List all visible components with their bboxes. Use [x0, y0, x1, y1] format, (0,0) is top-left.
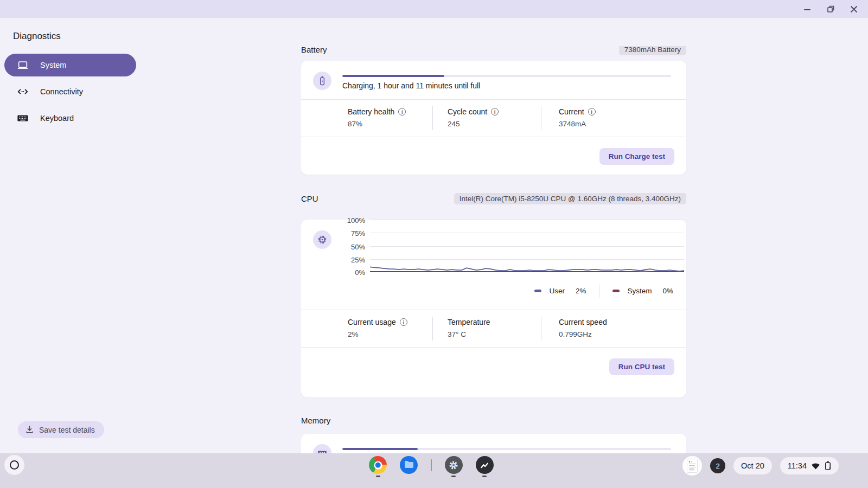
- cpu-badge: Intel(R) Core(TM) i5-8250U CPU @ 1.60GHz…: [454, 193, 686, 204]
- memory-section-header: Memory: [301, 415, 686, 426]
- laptop-icon: [16, 59, 29, 71]
- notification-counter[interactable]: 2: [710, 458, 725, 473]
- chrome-icon: [369, 456, 387, 474]
- network-icon: [16, 86, 29, 98]
- sidebar-item-keyboard[interactable]: Keyboard: [4, 107, 136, 130]
- memory-icon: [313, 444, 331, 453]
- y-tick: 50%: [351, 242, 365, 251]
- battery-section-header: Battery 7380mAh Battery: [301, 46, 686, 55]
- chromeos-screen: Diagnostics System: [0, 0, 868, 488]
- stat-value: 3748mA: [559, 120, 686, 128]
- stat-label: Current usage: [348, 318, 396, 326]
- running-indicator: [376, 476, 380, 477]
- diagnostics-app: Diagnostics System: [0, 18, 868, 453]
- y-tick: 25%: [351, 255, 365, 264]
- current-speed-stat: Current speed 0.799GHz: [544, 318, 686, 347]
- running-indicator: [451, 476, 456, 477]
- close-icon[interactable]: [850, 5, 858, 14]
- memory-progress-fill: [342, 448, 418, 450]
- run-cpu-test-button[interactable]: Run CPU test: [609, 358, 674, 375]
- diagnostics-icon: [476, 456, 494, 474]
- divider: [432, 106, 433, 130]
- cycle-count-stat: Cycle counti 245: [432, 107, 544, 137]
- cpu-chip-icon: [313, 230, 331, 249]
- info-icon[interactable]: i: [400, 318, 407, 326]
- y-tick: 0%: [355, 268, 365, 276]
- sidebar-item-label: Connectivity: [40, 87, 83, 96]
- shelf-item-chrome[interactable]: [369, 456, 387, 477]
- screenshot-thumbnail: [687, 459, 698, 473]
- running-indicator: [482, 476, 487, 477]
- legend-value: 0%: [662, 287, 673, 295]
- shelf-apps: [369, 456, 494, 477]
- divider: [541, 106, 541, 130]
- current-usage-stat: Current usagei 2%: [301, 318, 432, 347]
- stat-value: 87%: [348, 120, 432, 128]
- info-icon[interactable]: i: [588, 108, 596, 115]
- save-button-label: Save test details: [39, 426, 95, 434]
- cpu-chart-lines: [370, 220, 684, 272]
- legend-label: System: [627, 287, 652, 295]
- settings-icon: [445, 456, 463, 474]
- y-tick: 75%: [351, 229, 365, 237]
- stat-label: Battery health: [348, 107, 394, 116]
- cpu-section-header: CPU Intel(R) Core(TM) i5-8250U CPU @ 1.6…: [301, 192, 686, 204]
- window-titlebar: [0, 0, 868, 18]
- battery-stats-row: Battery healthi 87% Cycle counti 245 Cur…: [301, 100, 686, 137]
- divider: [431, 459, 432, 471]
- launcher-button[interactable]: [4, 455, 24, 475]
- legend-value: 2%: [576, 287, 586, 295]
- cpu-usage-chart: 100% 75% 50% 25% 0%: [370, 220, 684, 272]
- battery-charge-row: Charging, 1 hour and 11 minutes until fu…: [301, 61, 686, 99]
- cpu-card: 100% 75% 50% 25% 0% User 2% System 0%: [301, 220, 686, 397]
- run-charge-test-button[interactable]: Run Charge test: [599, 148, 674, 165]
- memory-progress-track: [342, 448, 671, 450]
- temperature-stat: Temperature 37° C: [432, 318, 544, 347]
- battery-charging-icon: [825, 461, 831, 471]
- sidebar-item-system[interactable]: System: [4, 54, 136, 76]
- stat-value: 2%: [348, 330, 432, 338]
- current-stat: Currenti 3748mA: [544, 107, 686, 137]
- user-legend-swatch: [534, 290, 541, 292]
- sidebar-item-label: Keyboard: [40, 114, 74, 123]
- date-pill[interactable]: Oct 20: [733, 457, 772, 474]
- shelf-item-settings[interactable]: [445, 456, 463, 477]
- shelf: 2 Oct 20 11:34: [0, 453, 868, 488]
- battery-badge: 7380mAh Battery: [619, 46, 686, 55]
- stat-value: 37° C: [448, 330, 544, 338]
- files-icon: [400, 456, 418, 474]
- divider: [599, 285, 599, 298]
- memory-status-row: 6.17 GB of 8.00 GB available: [301, 434, 686, 453]
- memory-card: 6.17 GB of 8.00 GB available: [301, 434, 686, 453]
- main-content[interactable]: Battery 7380mAh Battery Chargi: [301, 46, 688, 453]
- time-label: 11:34: [788, 461, 807, 470]
- minimize-icon[interactable]: [803, 5, 812, 14]
- cpu-chart-legend: User 2% System 0%: [301, 286, 686, 296]
- status-pill[interactable]: 11:34: [780, 457, 839, 474]
- info-icon[interactable]: i: [491, 108, 499, 115]
- restore-icon[interactable]: [826, 5, 835, 14]
- memory-heading: Memory: [301, 416, 330, 425]
- cpu-stats-row: Current usagei 2% Temperature 37° C Curr…: [301, 310, 686, 347]
- battery-card: Charging, 1 hour and 11 minutes until fu…: [301, 61, 686, 175]
- keyboard-icon: [16, 112, 29, 124]
- shelf-item-diagnostics[interactable]: [476, 456, 494, 477]
- sidebar-item-label: System: [40, 61, 66, 69]
- status-tray: 2 Oct 20 11:34: [682, 456, 839, 476]
- info-icon[interactable]: i: [398, 108, 406, 115]
- stat-label: Cycle count: [448, 107, 487, 116]
- sidebar-nav: System Connectivity: [4, 54, 136, 133]
- system-legend-swatch: [612, 290, 620, 292]
- date-label: Oct 20: [741, 461, 764, 470]
- battery-progress-fill: [342, 75, 444, 77]
- shelf-item-files[interactable]: [400, 456, 418, 477]
- holding-space-thumbnail[interactable]: [682, 456, 702, 476]
- window-controls: [803, 0, 858, 18]
- sidebar-item-connectivity[interactable]: Connectivity: [4, 80, 136, 103]
- legend-label: User: [549, 287, 565, 295]
- divider: [541, 317, 541, 341]
- wifi-icon: [811, 462, 820, 470]
- save-test-details-button[interactable]: Save test details: [18, 421, 104, 438]
- battery-heading: Battery: [301, 46, 327, 54]
- launcher-icon: [10, 460, 19, 470]
